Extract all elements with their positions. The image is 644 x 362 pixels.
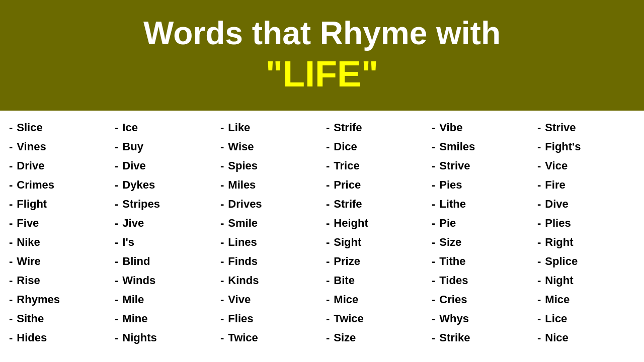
word-text: Five <box>17 217 39 230</box>
list-item: -I's <box>111 233 216 252</box>
list-dash: - <box>9 198 13 211</box>
list-item: -Miles <box>216 175 322 195</box>
word-text: Rise <box>17 274 40 287</box>
list-item: -Sight <box>322 233 428 252</box>
word-text: Wise <box>228 140 254 153</box>
list-dash: - <box>9 178 13 192</box>
list-item: -Twice <box>216 328 322 347</box>
list-item: -Mice <box>533 290 639 309</box>
list-dash: - <box>9 159 13 172</box>
word-text: Lice <box>545 312 567 325</box>
header-title-line2: "LIFE" <box>10 52 634 96</box>
list-dash: - <box>9 217 13 230</box>
column-2: -Like-Wise-Spies-Miles-Drives-Smile-Line… <box>216 116 322 350</box>
list-item: -Strive <box>533 118 639 137</box>
word-text: Nike <box>17 236 40 249</box>
list-dash: - <box>220 198 224 211</box>
list-dash: - <box>9 274 13 287</box>
word-text: Cries <box>439 293 467 306</box>
list-dash: - <box>115 255 118 268</box>
word-text: Buy <box>122 140 143 153</box>
word-text: Ice <box>122 121 138 134</box>
list-dash: - <box>432 236 435 249</box>
list-dash: - <box>432 140 435 153</box>
list-dash: - <box>115 140 118 153</box>
word-text: Spies <box>228 159 258 172</box>
list-dash: - <box>432 121 435 134</box>
list-item: -Size <box>322 328 428 347</box>
word-text: Lines <box>228 236 257 249</box>
list-dash: - <box>326 293 330 306</box>
list-dash: - <box>537 293 541 306</box>
list-item: -Mile <box>111 290 216 309</box>
word-text: Tithe <box>439 255 465 268</box>
list-dash: - <box>115 293 118 306</box>
list-dash: - <box>220 331 224 344</box>
list-item: -Hides <box>5 328 111 347</box>
word-text: Bite <box>334 274 355 287</box>
list-dash: - <box>220 178 224 192</box>
word-text: Twice <box>228 331 258 344</box>
list-dash: - <box>220 293 224 306</box>
word-text: Trice <box>334 159 359 172</box>
list-item: -Stripes <box>111 195 216 214</box>
list-item: -Nights <box>111 328 216 347</box>
word-text: Strike <box>439 331 470 344</box>
list-item: -Tides <box>428 271 533 290</box>
word-text: Wire <box>17 255 40 268</box>
list-item: -Flight <box>5 195 111 214</box>
list-dash: - <box>537 178 541 192</box>
list-dash: - <box>220 274 224 287</box>
list-item: -Smile <box>216 214 322 233</box>
list-item: -Winds <box>111 271 216 290</box>
list-dash: - <box>537 274 541 287</box>
list-item: -Fire <box>533 175 639 195</box>
list-item: -Plies <box>533 214 639 233</box>
list-dash: - <box>432 255 435 268</box>
list-dash: - <box>432 293 435 306</box>
list-item: -Sithe <box>5 309 111 328</box>
list-dash: - <box>220 140 224 153</box>
list-item: -Pies <box>428 175 533 195</box>
list-dash: - <box>9 312 13 325</box>
list-item: -Crimes <box>5 175 111 195</box>
word-text: Finds <box>228 255 258 268</box>
word-text: Prize <box>334 255 360 268</box>
list-dash: - <box>220 255 224 268</box>
word-text: Right <box>545 236 573 249</box>
word-text: Dive <box>122 159 145 172</box>
list-item: -Drives <box>216 195 322 214</box>
word-text: Strife <box>334 198 362 211</box>
word-text: Mine <box>122 312 147 325</box>
list-item: -Size <box>428 233 533 252</box>
list-item: -Smiles <box>428 137 533 156</box>
word-text: Crimes <box>17 178 54 192</box>
word-text: Flies <box>228 312 253 325</box>
list-item: -Wire <box>5 252 111 271</box>
list-dash: - <box>220 121 224 134</box>
word-text: Jive <box>122 217 144 230</box>
word-text: Whys <box>439 312 469 325</box>
list-item: -Nike <box>5 233 111 252</box>
list-dash: - <box>115 159 118 172</box>
list-item: -Dykes <box>111 175 216 195</box>
list-item: -Dive <box>111 156 216 175</box>
column-5: -Strive-Fight's-Vice-Fire-Dive-Plies-Rig… <box>533 116 639 350</box>
header-title-line1: Words that Rhyme with <box>10 15 634 52</box>
list-dash: - <box>432 159 435 172</box>
word-text: Strive <box>439 159 470 172</box>
list-dash: - <box>220 159 224 172</box>
list-item: -Night <box>533 271 639 290</box>
list-item: -Kinds <box>216 271 322 290</box>
list-dash: - <box>537 255 541 268</box>
list-dash: - <box>326 217 330 230</box>
list-dash: - <box>326 274 330 287</box>
list-item: -Spies <box>216 156 322 175</box>
list-item: -Cries <box>428 290 533 309</box>
list-item: -Right <box>533 233 639 252</box>
list-item: -Slice <box>5 118 111 137</box>
list-item: -Prize <box>322 252 428 271</box>
list-dash: - <box>432 217 435 230</box>
word-text: Winds <box>122 274 155 287</box>
list-item: -Twice <box>322 309 428 328</box>
